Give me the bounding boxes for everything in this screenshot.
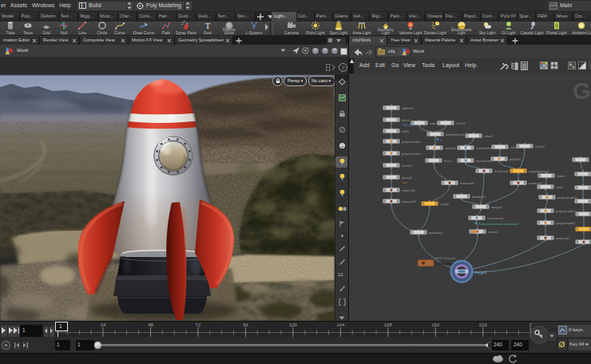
svg-text:mirror2: mirror2	[488, 230, 499, 234]
svg-text:144: 144	[336, 322, 345, 327]
svg-text:tube1: tube1	[430, 121, 438, 125]
svg-text:sphere1: sphere1	[402, 106, 414, 110]
svg-text:344 455: 344 455	[403, 123, 414, 127]
svg-text:72: 72	[196, 322, 201, 327]
svg-text:tube4: tube4	[557, 174, 565, 178]
svg-text:material5: material5	[494, 169, 509, 173]
svg-text:transform3: transform3	[487, 216, 504, 220]
svg-text:d: d	[440, 138, 442, 142]
svg-text:polyfill1: polyfill1	[510, 157, 522, 161]
svg-text:material1: material1	[556, 236, 570, 240]
svg-text:24: 24	[101, 322, 106, 327]
svg-text:120: 120	[289, 322, 298, 327]
svg-text:group1: group1	[402, 176, 413, 180]
svg-text:polyextrude2: polyextrude2	[402, 152, 422, 156]
svg-text:transform1: transform1	[476, 146, 493, 150]
svg-text:merge2: merge2	[474, 271, 487, 275]
svg-text:?: ?	[341, 65, 345, 72]
svg-text:pathdeform1: pathdeform1	[446, 133, 465, 136]
svg-text:T: T	[205, 21, 211, 30]
svg-text:material6: material6	[460, 181, 474, 185]
svg-text:48: 48	[148, 322, 153, 327]
svg-text:edit1: edit1	[402, 129, 410, 133]
svg-text:2: 2	[530, 322, 533, 327]
svg-text:merge1: merge1	[491, 205, 503, 209]
svg-text:polyextrude3: polyextrude3	[557, 196, 577, 200]
svg-text:sweep1: sweep1	[445, 146, 457, 150]
svg-text:material7: material7	[529, 181, 543, 185]
svg-text:polyextrude5: polyextrude5	[556, 221, 576, 225]
svg-text:96: 96	[243, 322, 248, 327]
svg-text:out: out	[403, 180, 407, 184]
svg-text:copytopoints1: copytopoints1	[529, 169, 550, 173]
svg-text:boolean1: boolean1	[472, 195, 486, 199]
svg-text:216: 216	[479, 322, 488, 327]
svg-text:CHOP Network: CHOP Network	[434, 256, 455, 260]
svg-text:polyextrude4: polyextrude4	[556, 209, 576, 213]
svg-text:blast1: blast1	[402, 118, 411, 122]
svg-text:tube2: tube2	[484, 134, 493, 138]
svg-text:material3: material3	[402, 200, 416, 204]
svg-text:fuse1: fuse1	[444, 159, 453, 163]
svg-text:material2: material2	[402, 188, 416, 192]
svg-text:mirror1: mirror1	[402, 164, 413, 168]
svg-text:boolean2: boolean2	[429, 231, 443, 235]
svg-text:circle2: circle2	[535, 144, 545, 148]
svg-text:copy1: copy1	[440, 202, 450, 206]
svg-text:transform2: transform2	[476, 159, 493, 163]
svg-text:circle1: circle1	[456, 121, 466, 125]
svg-text:edit2: edit2	[556, 185, 564, 189]
svg-text:constraints: constraints	[435, 262, 454, 266]
svg-text:192: 192	[431, 322, 440, 327]
svg-text:168: 168	[384, 322, 393, 327]
svg-text:polyextrude1: polyextrude1	[402, 140, 422, 144]
svg-text:Referenced from transform2: Referenced from transform2	[478, 222, 519, 226]
